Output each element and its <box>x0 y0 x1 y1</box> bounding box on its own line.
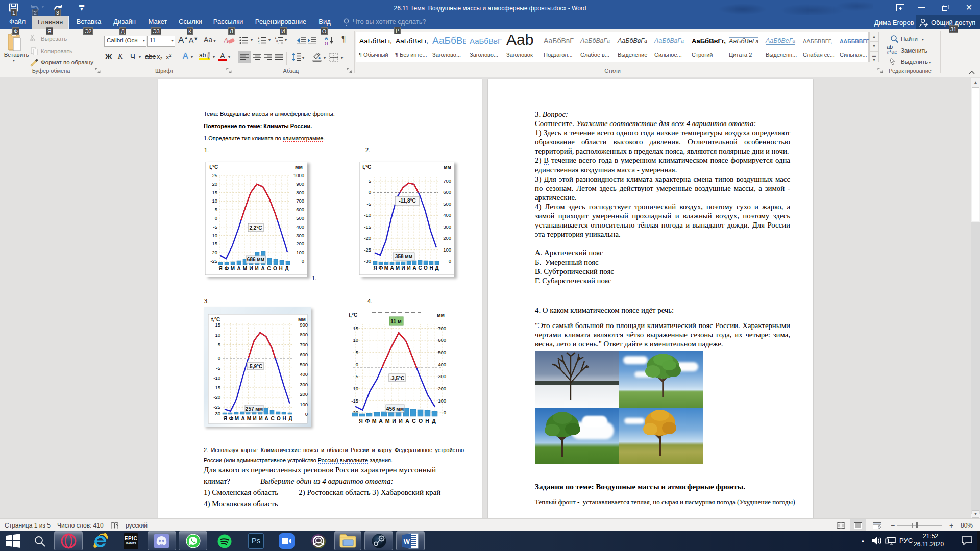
svg-text:С: С <box>412 418 416 424</box>
svg-text:t,°C: t,°C <box>362 164 371 170</box>
svg-text:15: 15 <box>215 322 220 328</box>
svg-text:А: А <box>237 266 240 271</box>
svg-text:-25: -25 <box>213 404 220 410</box>
svg-text:О: О <box>277 416 281 421</box>
svg-text:М: М <box>243 266 247 271</box>
svg-text:700: 700 <box>438 325 446 331</box>
svg-text:И: И <box>249 266 253 271</box>
svg-text:600: 600 <box>438 337 446 343</box>
svg-text:-5: -5 <box>213 224 217 230</box>
svg-text:И: И <box>407 265 410 271</box>
svg-text:200: 200 <box>300 391 308 397</box>
svg-text:456 мм: 456 мм <box>386 406 404 412</box>
svg-text:20: 20 <box>212 181 217 187</box>
svg-text:-10: -10 <box>210 233 217 238</box>
svg-text:-15: -15 <box>364 224 371 230</box>
svg-text:t,°C: t,°C <box>209 164 218 170</box>
svg-text:Я: Я <box>223 416 227 421</box>
svg-text:-5: -5 <box>216 365 220 371</box>
svg-text:С: С <box>418 265 422 271</box>
svg-text:100: 100 <box>443 247 451 253</box>
svg-text:600: 600 <box>296 207 304 212</box>
svg-text:3: 3 <box>258 42 260 45</box>
svg-text:мм: мм <box>437 312 445 318</box>
svg-text:-3,5°C: -3,5°C <box>390 375 404 381</box>
svg-text:Н: Н <box>279 266 282 271</box>
svg-text:200: 200 <box>438 386 446 391</box>
svg-text:-30: -30 <box>213 411 220 416</box>
svg-text:Ф: Ф <box>379 265 383 271</box>
svg-text:А: А <box>405 418 409 424</box>
svg-text:400: 400 <box>443 212 451 218</box>
svg-text:200: 200 <box>443 235 451 241</box>
svg-text:М: М <box>384 265 388 271</box>
svg-text:-11,8°C: -11,8°C <box>399 198 415 204</box>
svg-text:200: 200 <box>296 241 304 246</box>
svg-text:100: 100 <box>438 398 446 404</box>
svg-text:И: И <box>399 418 403 424</box>
svg-text:0: 0 <box>302 258 304 264</box>
svg-text:М: М <box>372 418 377 424</box>
svg-text:-25: -25 <box>364 247 371 253</box>
svg-text:мм: мм <box>295 164 303 170</box>
svg-text:0: 0 <box>215 215 217 221</box>
svg-text:А: А <box>325 36 328 41</box>
svg-text:И: И <box>255 266 258 271</box>
svg-text:2,2°C: 2,2°C <box>249 225 262 231</box>
svg-text:И: И <box>253 416 256 421</box>
svg-text:358 мм: 358 мм <box>395 254 412 259</box>
svg-text:А: А <box>224 36 229 44</box>
svg-text:-10: -10 <box>364 212 371 218</box>
svg-text:-30: -30 <box>364 258 371 264</box>
svg-text:М: М <box>396 265 400 271</box>
svg-text:-5,9°C: -5,9°C <box>248 364 262 369</box>
svg-text:Д: Д <box>435 265 438 271</box>
svg-text:0: 0 <box>218 355 220 361</box>
svg-text:-15: -15 <box>213 385 220 390</box>
svg-text:Я: Я <box>325 41 328 45</box>
svg-text:1000: 1000 <box>293 172 304 178</box>
svg-text:800: 800 <box>296 190 304 195</box>
svg-text:М: М <box>235 416 239 421</box>
svg-text:Я: Я <box>359 418 363 424</box>
svg-text:Д: Д <box>432 418 436 424</box>
svg-text:С: С <box>267 266 271 271</box>
svg-text:100: 100 <box>296 249 304 255</box>
svg-text:0: 0 <box>305 411 308 417</box>
svg-text:Ф: Ф <box>225 266 229 271</box>
svg-text:А: А <box>241 416 244 421</box>
svg-text:5: 5 <box>215 207 217 212</box>
svg-text:0: 0 <box>449 258 451 264</box>
svg-text:Н: Н <box>429 265 433 271</box>
svg-text:15: 15 <box>353 325 358 331</box>
svg-text:5: 5 <box>369 178 371 184</box>
svg-text:А: А <box>264 416 268 421</box>
svg-text:-20: -20 <box>364 235 371 241</box>
svg-text:500: 500 <box>443 201 451 207</box>
svg-text:Н: Н <box>282 416 286 421</box>
svg-text:М: М <box>385 418 390 424</box>
svg-text:10: 10 <box>215 332 220 338</box>
svg-text:900: 900 <box>296 181 304 187</box>
svg-text:О: О <box>419 418 423 424</box>
svg-text:600: 600 <box>443 189 451 195</box>
svg-text:257 мм: 257 мм <box>246 406 263 412</box>
svg-text:25: 25 <box>212 172 217 178</box>
svg-text:А: А <box>379 418 383 424</box>
svg-text:-20: -20 <box>213 394 220 400</box>
svg-text:О: О <box>424 265 428 271</box>
svg-text:О: О <box>273 266 277 271</box>
svg-text:И: И <box>259 416 262 421</box>
svg-text:Я: Я <box>373 265 377 271</box>
svg-text:-10: -10 <box>351 386 358 391</box>
svg-text:мм: мм <box>444 164 451 170</box>
svg-text:5: 5 <box>356 349 358 355</box>
svg-text:700: 700 <box>296 198 304 204</box>
svg-text:И: И <box>392 418 396 424</box>
svg-text:5: 5 <box>218 342 220 347</box>
svg-text:-5: -5 <box>354 373 358 379</box>
svg-text:-5: -5 <box>367 201 371 207</box>
svg-text:300: 300 <box>438 373 446 379</box>
svg-text:Ф: Ф <box>365 418 370 424</box>
svg-text:-25: -25 <box>210 258 217 264</box>
